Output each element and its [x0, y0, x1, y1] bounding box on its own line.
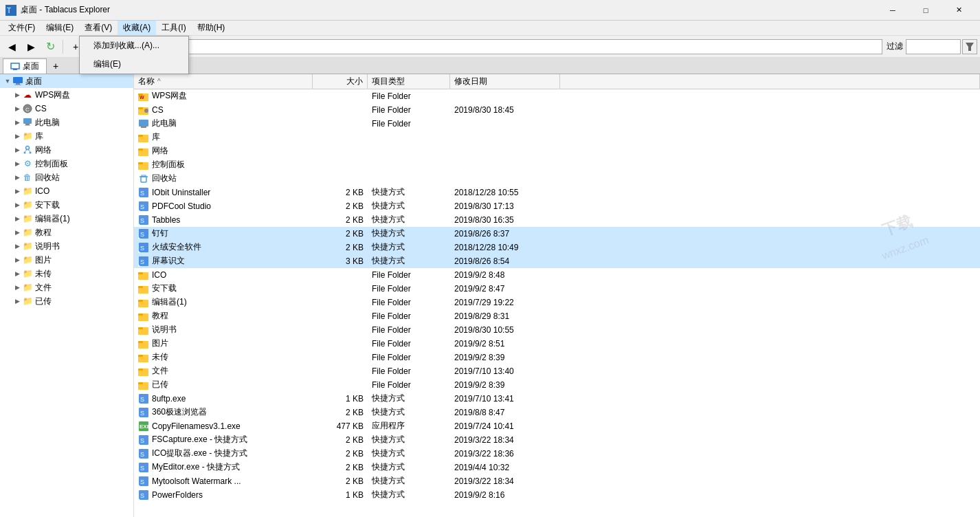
- file-size-cell: 2 KB: [313, 227, 368, 241]
- table-row[interactable]: 教程 File Folder 2019/8/29 8:31: [134, 309, 980, 323]
- file-icon: [138, 104, 149, 116]
- table-row[interactable]: 说明书 File Folder 2019/8/30 10:55: [134, 323, 980, 337]
- col-header-date[interactable]: 修改日期: [450, 74, 560, 89]
- sidebar-label-wps: WPS网盘: [35, 89, 70, 101]
- table-row[interactable]: 网络: [134, 144, 980, 158]
- sidebar-item-recycle[interactable]: ▶ 🗑 回收站: [0, 170, 133, 184]
- file-rest-cell: [560, 213, 980, 227]
- table-row[interactable]: S PDFCool Studio 2 KB 快捷方式 2019/8/30 17:…: [134, 199, 980, 213]
- col-header-name[interactable]: 名称 ^: [134, 74, 313, 89]
- sidebar-item-transmitted[interactable]: ▶ 📁 已传: [0, 294, 133, 308]
- table-row[interactable]: S 钉钉 2 KB 快捷方式 2019/8/26 8:37: [134, 227, 980, 241]
- file-name-text: 文件: [152, 365, 168, 377]
- table-row[interactable]: 已传 File Folder 2019/9/2 8:39: [134, 378, 980, 392]
- forward-button[interactable]: ▶: [22, 38, 40, 56]
- sidebar-item-files[interactable]: ▶ 📁 文件: [0, 280, 133, 294]
- file-rest-cell: [560, 406, 980, 419]
- svg-rect-72: [138, 382, 143, 384]
- table-row[interactable]: S MyEditor.exe - 快捷方式 2 KB 快捷方式 2019/4/4…: [134, 461, 980, 474]
- sidebar-item-anzaixia[interactable]: ▶ 📁 安下载: [0, 198, 133, 212]
- file-name-cell: 网络: [134, 144, 313, 158]
- table-row[interactable]: W WPS网盘 File Folder: [134, 89, 980, 103]
- sidebar-item-desktop[interactable]: ▼ 桌面: [0, 74, 133, 88]
- file-rest-cell: [560, 131, 980, 144]
- add-tab-button[interactable]: +: [48, 58, 63, 74]
- table-row[interactable]: S IObit Uninstaller 2 KB 快捷方式 2018/12/28…: [134, 186, 980, 199]
- back-button[interactable]: ◀: [3, 38, 21, 56]
- file-date-cell: 2019/8/26 8:37: [450, 227, 560, 241]
- file-size-cell: 1 KB: [313, 392, 368, 406]
- menu-favorites[interactable]: 收藏(A): [118, 21, 156, 36]
- file-icon: [138, 311, 149, 322]
- favorites-edit[interactable]: 编辑(E): [80, 55, 188, 74]
- refresh-button[interactable]: ↻: [41, 38, 59, 56]
- table-row[interactable]: 控制面板: [134, 158, 980, 172]
- table-row[interactable]: 安下载 File Folder 2019/9/2 8:47: [134, 282, 980, 296]
- sidebar-item-untransmitted[interactable]: ▶ 📁 未传: [0, 267, 133, 280]
- address-bar[interactable]: [105, 39, 882, 54]
- table-row[interactable]: S ICO提取器.exe - 快捷方式 2 KB 快捷方式 2019/3/22 …: [134, 447, 980, 461]
- table-row[interactable]: S 屏幕识文 3 KB 快捷方式 2019/8/26 8:54: [134, 254, 980, 268]
- table-row[interactable]: S FSCapture.exe - 快捷方式 2 KB 快捷方式 2019/3/…: [134, 433, 980, 447]
- col-header-size[interactable]: 大小: [313, 74, 368, 89]
- sidebar-label-pc: 此电脑: [35, 117, 60, 129]
- filter-button[interactable]: [962, 39, 977, 54]
- file-name-cell: S FSCapture.exe - 快捷方式: [134, 433, 313, 447]
- file-name-text: 火绒安全软件: [152, 241, 201, 253]
- file-icon: S: [138, 462, 149, 473]
- menu-view[interactable]: 查看(V): [79, 21, 118, 36]
- menu-help[interactable]: 帮助(H): [192, 21, 231, 36]
- sidebar-item-editor[interactable]: ▶ 📁 编辑器(1): [0, 212, 133, 226]
- filter-input[interactable]: [906, 39, 961, 54]
- file-icon: [138, 283, 149, 294]
- table-row[interactable]: 此电脑 File Folder: [134, 117, 980, 131]
- sidebar-item-network[interactable]: ▶ 网络: [0, 143, 133, 157]
- col-header-type[interactable]: 项目类型: [368, 74, 450, 89]
- svg-text:S: S: [140, 245, 144, 252]
- table-row[interactable]: S Tabbles 2 KB 快捷方式 2019/8/30 16:35: [134, 213, 980, 227]
- sidebar-item-pc[interactable]: ▶ 此电脑: [0, 116, 133, 129]
- sidebar-item-ico[interactable]: ▶ 📁 ICO: [0, 184, 133, 198]
- table-row[interactable]: EXE CopyFilenamesv3.1.exe 477 KB 应用程序 20…: [134, 419, 980, 433]
- menu-edit[interactable]: 编辑(E): [41, 21, 79, 36]
- sidebar-item-cs[interactable]: ▶ C CS: [0, 102, 133, 116]
- table-row[interactable]: 回收站: [134, 172, 980, 186]
- file-name-text: 360极速浏览器: [152, 406, 207, 418]
- maximize-button[interactable]: □: [910, 0, 942, 21]
- menu-tools[interactable]: 工具(I): [156, 21, 191, 36]
- cs-icon: C: [22, 103, 33, 114]
- menu-file[interactable]: 文件(F): [3, 21, 41, 36]
- minimize-button[interactable]: ─: [877, 0, 909, 21]
- table-row[interactable]: ICO File Folder 2019/9/2 8:48: [134, 268, 980, 282]
- svg-point-15: [26, 146, 30, 150]
- sidebar-item-wps[interactable]: ▶ ☁ WPS网盘: [0, 88, 133, 102]
- expander-editor: ▶: [12, 215, 22, 222]
- table-row[interactable]: S 8uftp.exe 1 KB 快捷方式 2019/7/10 13:41: [134, 392, 980, 406]
- file-rest-cell: [560, 199, 980, 213]
- close-button[interactable]: ✕: [943, 0, 975, 21]
- controlpanel-icon: ⚙: [22, 158, 33, 169]
- tab-desktop[interactable]: 桌面: [3, 58, 47, 74]
- table-row[interactable]: 未传 File Folder 2019/9/2 8:39: [134, 351, 980, 364]
- column-header: 名称 ^ 大小 项目类型 修改日期: [134, 74, 980, 89]
- desktop-icon: [12, 76, 23, 87]
- sidebar-item-controlpanel[interactable]: ▶ ⚙ 控制面板: [0, 157, 133, 170]
- table-row[interactable]: S 火绒安全软件 2 KB 快捷方式 2018/12/28 10:49: [134, 241, 980, 254]
- table-row[interactable]: 图片 File Folder 2019/9/2 8:51: [134, 337, 980, 351]
- svg-text:S: S: [140, 465, 144, 472]
- table-row[interactable]: S PowerFolders 1 KB 快捷方式 2019/9/2 8:16: [134, 488, 980, 502]
- file-type-cell: [368, 144, 450, 158]
- favorites-add[interactable]: 添加到收藏...(A)...: [80, 36, 188, 55]
- table-row[interactable]: CS File Folder 2019/8/30 18:45: [134, 103, 980, 117]
- table-row[interactable]: 库: [134, 131, 980, 144]
- table-row[interactable]: S 360极速浏览器 2 KB 快捷方式 2019/8/8 8:47: [134, 406, 980, 419]
- table-row[interactable]: 文件 File Folder 2019/7/10 13:40: [134, 364, 980, 378]
- table-row[interactable]: S Mytoolsoft Watermark ... 2 KB 快捷方式 201…: [134, 474, 980, 488]
- sidebar-item-images[interactable]: ▶ 📁 图片: [0, 253, 133, 267]
- file-rest-cell: [560, 268, 980, 282]
- sidebar-item-tutorial[interactable]: ▶ 📁 教程: [0, 226, 133, 239]
- desktop-tab-icon: [10, 62, 20, 72]
- table-row[interactable]: 编辑器(1) File Folder 2019/7/29 19:22: [134, 296, 980, 309]
- sidebar-item-manual[interactable]: ▶ 📁 说明书: [0, 239, 133, 253]
- sidebar-item-library[interactable]: ▶ 📁 库: [0, 129, 133, 143]
